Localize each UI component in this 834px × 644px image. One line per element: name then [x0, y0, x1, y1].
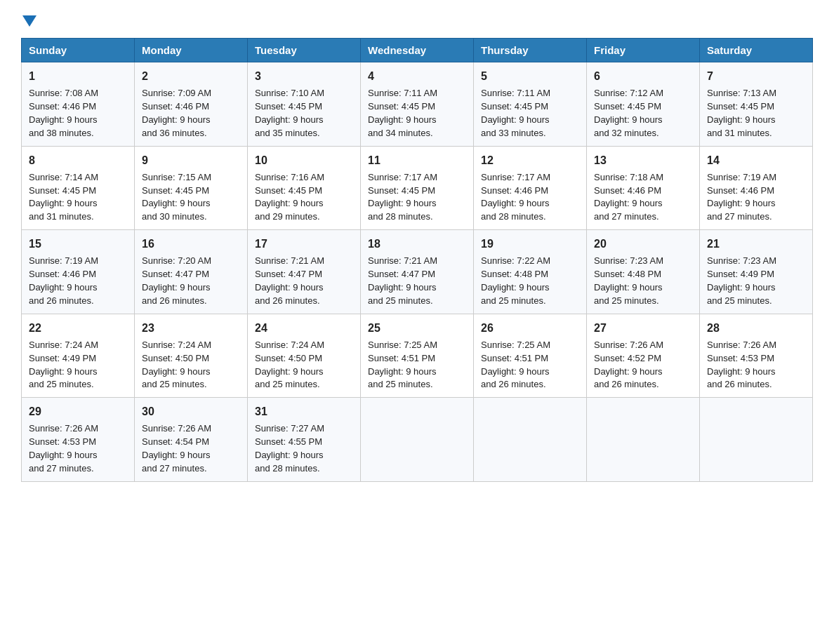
calendar-cell: 1Sunrise: 7:08 AMSunset: 4:46 PMDaylight… — [22, 62, 135, 147]
day-info: Sunrise: 7:11 AMSunset: 4:45 PMDaylight:… — [481, 87, 579, 140]
header-monday: Monday — [135, 39, 248, 62]
calendar-cell: 9Sunrise: 7:15 AMSunset: 4:45 PMDaylight… — [135, 146, 248, 230]
calendar-cell: 28Sunrise: 7:26 AMSunset: 4:53 PMDayligh… — [700, 314, 813, 398]
calendar-cell: 30Sunrise: 7:26 AMSunset: 4:54 PMDayligh… — [135, 398, 248, 482]
day-number: 29 — [29, 403, 127, 420]
day-info: Sunrise: 7:10 AMSunset: 4:45 PMDaylight:… — [255, 87, 353, 140]
day-number: 28 — [707, 320, 805, 336]
header-friday: Friday — [587, 39, 700, 62]
calendar-cell — [700, 398, 813, 482]
day-info: Sunrise: 7:13 AMSunset: 4:45 PMDaylight:… — [707, 87, 805, 140]
day-info: Sunrise: 7:12 AMSunset: 4:45 PMDaylight:… — [594, 87, 692, 140]
day-info: Sunrise: 7:24 AMSunset: 4:49 PMDaylight:… — [29, 339, 127, 391]
day-info: Sunrise: 7:09 AMSunset: 4:46 PMDaylight:… — [142, 87, 240, 140]
day-number: 23 — [142, 320, 240, 336]
calendar-week-2: 8Sunrise: 7:14 AMSunset: 4:45 PMDaylight… — [22, 146, 813, 230]
calendar-cell: 12Sunrise: 7:17 AMSunset: 4:46 PMDayligh… — [474, 146, 587, 230]
calendar-cell: 5Sunrise: 7:11 AMSunset: 4:45 PMDaylight… — [474, 62, 587, 147]
day-info: Sunrise: 7:23 AMSunset: 4:49 PMDaylight:… — [707, 255, 805, 307]
calendar-cell: 3Sunrise: 7:10 AMSunset: 4:45 PMDaylight… — [248, 62, 361, 147]
calendar-cell: 31Sunrise: 7:27 AMSunset: 4:55 PMDayligh… — [248, 398, 361, 482]
day-number: 17 — [255, 236, 353, 252]
calendar-cell — [474, 398, 587, 482]
day-number: 1 — [29, 68, 127, 84]
day-number: 4 — [368, 68, 466, 84]
day-number: 20 — [594, 236, 692, 252]
day-info: Sunrise: 7:25 AMSunset: 4:51 PMDaylight:… — [481, 339, 579, 391]
calendar-cell: 23Sunrise: 7:24 AMSunset: 4:50 PMDayligh… — [135, 314, 248, 398]
calendar-week-4: 22Sunrise: 7:24 AMSunset: 4:49 PMDayligh… — [22, 314, 813, 398]
day-info: Sunrise: 7:26 AMSunset: 4:53 PMDaylight:… — [707, 339, 805, 391]
calendar-cell: 2Sunrise: 7:09 AMSunset: 4:46 PMDaylight… — [135, 62, 248, 147]
calendar-cell: 10Sunrise: 7:16 AMSunset: 4:45 PMDayligh… — [248, 146, 361, 230]
day-info: Sunrise: 7:17 AMSunset: 4:45 PMDaylight:… — [368, 171, 466, 224]
day-number: 6 — [594, 68, 692, 84]
day-info: Sunrise: 7:17 AMSunset: 4:46 PMDaylight:… — [481, 171, 579, 224]
day-number: 5 — [481, 68, 579, 84]
day-number: 22 — [29, 320, 127, 336]
header-tuesday: Tuesday — [248, 39, 361, 62]
calendar-week-5: 29Sunrise: 7:26 AMSunset: 4:53 PMDayligh… — [22, 398, 813, 482]
calendar-cell: 18Sunrise: 7:21 AMSunset: 4:47 PMDayligh… — [361, 230, 474, 314]
day-info: Sunrise: 7:22 AMSunset: 4:48 PMDaylight:… — [481, 255, 579, 307]
header-thursday: Thursday — [474, 39, 587, 62]
calendar-cell: 4Sunrise: 7:11 AMSunset: 4:45 PMDaylight… — [361, 62, 474, 147]
day-info: Sunrise: 7:24 AMSunset: 4:50 PMDaylight:… — [142, 339, 240, 391]
calendar-cell: 21Sunrise: 7:23 AMSunset: 4:49 PMDayligh… — [700, 230, 813, 314]
day-number: 18 — [368, 236, 466, 252]
calendar-cell: 8Sunrise: 7:14 AMSunset: 4:45 PMDaylight… — [22, 146, 135, 230]
day-info: Sunrise: 7:24 AMSunset: 4:50 PMDaylight:… — [255, 339, 353, 391]
day-number: 27 — [594, 320, 692, 336]
calendar-table: SundayMondayTuesdayWednesdayThursdayFrid… — [21, 38, 813, 482]
day-info: Sunrise: 7:08 AMSunset: 4:46 PMDaylight:… — [29, 87, 127, 140]
day-number: 13 — [594, 152, 692, 168]
day-number: 26 — [481, 320, 579, 336]
day-info: Sunrise: 7:26 AMSunset: 4:54 PMDaylight:… — [142, 422, 240, 475]
day-number: 25 — [368, 320, 466, 336]
day-number: 3 — [255, 68, 353, 84]
day-info: Sunrise: 7:16 AMSunset: 4:45 PMDaylight:… — [255, 171, 353, 224]
day-info: Sunrise: 7:14 AMSunset: 4:45 PMDaylight:… — [29, 171, 127, 224]
calendar-cell: 25Sunrise: 7:25 AMSunset: 4:51 PMDayligh… — [361, 314, 474, 398]
day-number: 14 — [707, 152, 805, 168]
day-number: 30 — [142, 403, 240, 420]
calendar-cell: 20Sunrise: 7:23 AMSunset: 4:48 PMDayligh… — [587, 230, 700, 314]
day-number: 16 — [142, 236, 240, 252]
calendar-cell: 19Sunrise: 7:22 AMSunset: 4:48 PMDayligh… — [474, 230, 587, 314]
logo-triangle-icon — [22, 15, 37, 27]
calendar-cell: 24Sunrise: 7:24 AMSunset: 4:50 PMDayligh… — [248, 314, 361, 398]
calendar-cell: 11Sunrise: 7:17 AMSunset: 4:45 PMDayligh… — [361, 146, 474, 230]
day-info: Sunrise: 7:11 AMSunset: 4:45 PMDaylight:… — [368, 87, 466, 140]
calendar-cell: 27Sunrise: 7:26 AMSunset: 4:52 PMDayligh… — [587, 314, 700, 398]
day-info: Sunrise: 7:18 AMSunset: 4:46 PMDaylight:… — [594, 171, 692, 224]
day-info: Sunrise: 7:19 AMSunset: 4:46 PMDaylight:… — [707, 171, 805, 224]
calendar-cell: 14Sunrise: 7:19 AMSunset: 4:46 PMDayligh… — [700, 146, 813, 230]
logo — [21, 14, 38, 25]
day-info: Sunrise: 7:26 AMSunset: 4:53 PMDaylight:… — [29, 422, 127, 475]
day-info: Sunrise: 7:21 AMSunset: 4:47 PMDaylight:… — [255, 255, 353, 307]
calendar-cell: 16Sunrise: 7:20 AMSunset: 4:47 PMDayligh… — [135, 230, 248, 314]
day-info: Sunrise: 7:23 AMSunset: 4:48 PMDaylight:… — [594, 255, 692, 307]
calendar-cell: 13Sunrise: 7:18 AMSunset: 4:46 PMDayligh… — [587, 146, 700, 230]
day-info: Sunrise: 7:15 AMSunset: 4:45 PMDaylight:… — [142, 171, 240, 224]
calendar-cell: 26Sunrise: 7:25 AMSunset: 4:51 PMDayligh… — [474, 314, 587, 398]
calendar-cell: 7Sunrise: 7:13 AMSunset: 4:45 PMDaylight… — [700, 62, 813, 147]
calendar-cell: 17Sunrise: 7:21 AMSunset: 4:47 PMDayligh… — [248, 230, 361, 314]
day-number: 8 — [29, 152, 127, 168]
day-info: Sunrise: 7:25 AMSunset: 4:51 PMDaylight:… — [368, 339, 466, 391]
day-number: 31 — [255, 403, 353, 420]
day-number: 15 — [29, 236, 127, 252]
calendar-cell: 22Sunrise: 7:24 AMSunset: 4:49 PMDayligh… — [22, 314, 135, 398]
day-number: 11 — [368, 152, 466, 168]
day-number: 7 — [707, 68, 805, 84]
header-saturday: Saturday — [700, 39, 813, 62]
day-info: Sunrise: 7:19 AMSunset: 4:46 PMDaylight:… — [29, 255, 127, 307]
day-info: Sunrise: 7:20 AMSunset: 4:47 PMDaylight:… — [142, 255, 240, 307]
calendar-cell — [361, 398, 474, 482]
day-number: 24 — [255, 320, 353, 336]
header-wednesday: Wednesday — [361, 39, 474, 62]
day-number: 21 — [707, 236, 805, 252]
page-header — [21, 14, 813, 25]
day-info: Sunrise: 7:21 AMSunset: 4:47 PMDaylight:… — [368, 255, 466, 307]
day-number: 2 — [142, 68, 240, 84]
